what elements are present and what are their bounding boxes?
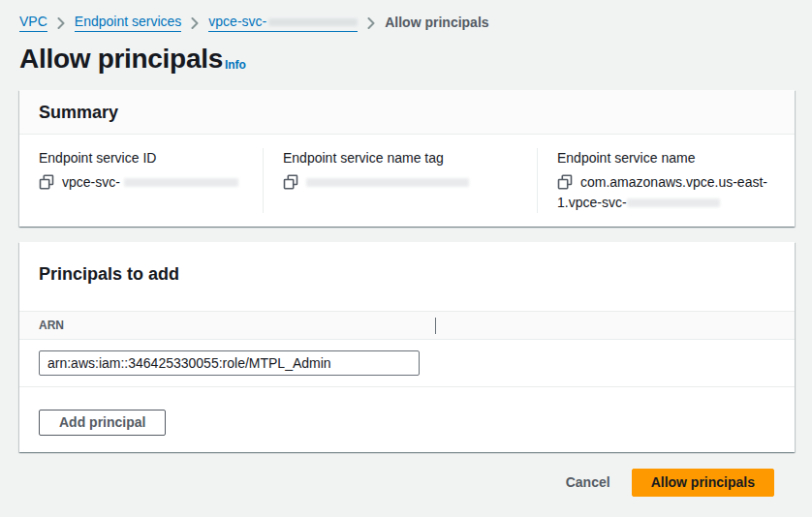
- principals-card-header: Principals to add: [19, 242, 795, 312]
- field-value: [283, 172, 523, 193]
- allow-principals-button[interactable]: Allow principals: [632, 469, 774, 497]
- redacted-text: [268, 18, 358, 26]
- chevron-right-icon: [57, 17, 65, 29]
- cancel-button[interactable]: Cancel: [566, 474, 610, 490]
- copy-icon[interactable]: [39, 174, 54, 190]
- field-endpoint-service-name-tag: Endpoint service name tag: [263, 148, 537, 213]
- info-link[interactable]: Info: [225, 58, 246, 72]
- arn-column-header-row: ARN: [19, 312, 795, 340]
- summary-card-header: Summary: [19, 90, 795, 135]
- chevron-right-icon: [367, 17, 375, 29]
- endpoint-service-id-value: vpce-svc-: [62, 174, 120, 190]
- principals-card-footer: Add principal: [19, 387, 795, 452]
- breadcrumb-link-vpc[interactable]: VPC: [19, 13, 47, 32]
- field-endpoint-service-id: Endpoint service ID vpce-svc-: [19, 148, 263, 213]
- field-value: com.amazonaws.vpce.us-east-1.vpce-svc-: [557, 172, 781, 213]
- summary-body: Endpoint service ID vpce-svc- Endpoint s…: [19, 135, 795, 213]
- breadcrumb-link-endpoint-service-id[interactable]: vpce-svc-: [208, 13, 358, 32]
- column-resize-handle[interactable]: [435, 318, 436, 334]
- field-label: Endpoint service name tag: [283, 148, 523, 167]
- breadcrumb: VPC Endpoint services vpce-svc- Allow pr…: [19, 13, 489, 32]
- form-actions: Cancel Allow principals: [566, 469, 774, 496]
- arn-input[interactable]: [39, 350, 420, 376]
- field-endpoint-service-name: Endpoint service name com.amazonaws.vpce…: [537, 148, 795, 213]
- summary-card: Summary Endpoint service ID vpce-svc- En…: [19, 90, 795, 227]
- redacted-text: [124, 178, 238, 187]
- summary-heading: Summary: [39, 101, 775, 124]
- breadcrumb-service-id-prefix: vpce-svc-: [208, 13, 266, 30]
- chevron-right-icon: [191, 17, 199, 29]
- redacted-text: [627, 198, 720, 207]
- field-value: vpce-svc-: [39, 172, 249, 193]
- redacted-text: [306, 178, 469, 187]
- arn-column-header: ARN: [39, 319, 64, 332]
- principals-card: Principals to add ARN Add principal: [19, 242, 795, 452]
- field-label: Endpoint service ID: [39, 148, 249, 167]
- field-label: Endpoint service name: [557, 148, 781, 167]
- add-principal-button[interactable]: Add principal: [39, 410, 166, 436]
- breadcrumb-current-page: Allow principals: [385, 14, 488, 31]
- breadcrumb-link-endpoint-services[interactable]: Endpoint services: [75, 13, 182, 32]
- page-title: Allow principals: [19, 43, 223, 76]
- page-title-row: Allow principals Info: [19, 43, 246, 76]
- copy-icon[interactable]: [283, 174, 298, 190]
- principals-heading: Principals to add: [39, 262, 775, 286]
- copy-icon[interactable]: [557, 174, 573, 190]
- arn-input-row: [19, 340, 795, 387]
